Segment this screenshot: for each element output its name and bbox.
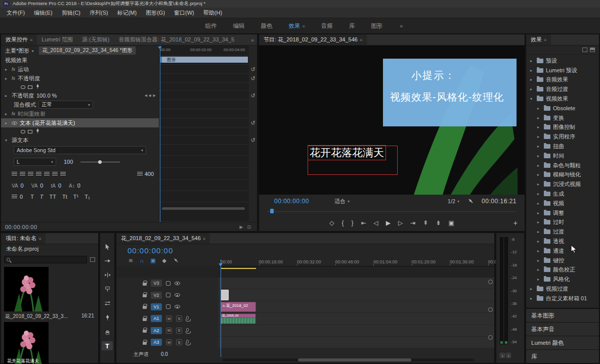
workspace-menu-icon[interactable]: ≡ <box>303 24 305 29</box>
track-select-tool[interactable] <box>102 256 113 265</box>
text-style-toggle[interactable]: T <box>30 194 34 200</box>
effects-tab[interactable]: 效果≡ <box>526 34 551 45</box>
effects-bin-sub[interactable]: ▸Obsolete <box>526 104 599 113</box>
pen-mask-icon[interactable] <box>35 128 40 135</box>
project-item[interactable]: 花_2018_02_09_22_33_3...16:21 <box>1 267 98 320</box>
ec-timecode[interactable]: 00:00:00:00 <box>5 224 37 230</box>
ec-font-row[interactable]: Adobe Song Std▾ <box>1 145 159 156</box>
ec-row-mini-timeline[interactable] <box>159 91 249 100</box>
align-left-icon[interactable] <box>12 172 17 176</box>
menubar-item[interactable]: 标记(M) <box>113 9 142 17</box>
text-style-toggle[interactable]: T¹ <box>73 194 78 200</box>
twirl-icon[interactable]: ▸ <box>537 172 541 177</box>
type-tool[interactable]: T <box>102 341 113 350</box>
ec-row-mini-timeline[interactable]: 图形 <box>159 56 249 65</box>
text-style-toggle[interactable]: Tt <box>62 194 67 200</box>
menubar-item[interactable]: 剪辑(C) <box>57 9 85 17</box>
eye-icon[interactable] <box>175 293 180 297</box>
master-volume-value[interactable]: 0.0 <box>161 351 168 357</box>
align-center-icon[interactable] <box>20 172 25 176</box>
justify-center-icon[interactable] <box>44 172 50 176</box>
twirl-icon[interactable]: ▸ <box>537 211 541 215</box>
clip-name[interactable]: 花_2018_02_09_22_33_3... <box>5 313 68 320</box>
twirl-icon[interactable]: ▸ <box>537 154 541 158</box>
voiceover-record-icon[interactable] <box>186 340 189 343</box>
ec-tab[interactable]: 音频剪辑混合器: 花_2018_02_09_22_33_34_5 <box>114 34 239 45</box>
accelerated-effects-filter-icon[interactable] <box>582 48 587 52</box>
ec-playhead-caret[interactable] <box>158 47 162 51</box>
step-forward-button[interactable]: ▷ <box>398 219 403 226</box>
ec-section-header[interactable]: 视频效果 <box>1 56 159 65</box>
timeline-playhead[interactable] <box>221 259 221 357</box>
ec-select-row[interactable]: 混合模式正常▾ <box>1 100 159 109</box>
menubar-item[interactable]: 帮助(H) <box>199 9 227 17</box>
stacked-panel-库[interactable]: 库 <box>526 349 599 363</box>
twirl-icon[interactable]: ▸ <box>530 68 534 73</box>
workspace-tab[interactable]: 组件 <box>197 22 225 30</box>
twirl-icon[interactable]: ▸ <box>530 77 534 82</box>
ec-row-mini-timeline[interactable] <box>159 74 249 83</box>
justify-left-icon[interactable] <box>36 172 41 176</box>
menubar-item[interactable]: 文件(F) <box>2 9 29 17</box>
workspace-tab[interactable]: 编辑 <box>225 22 253 30</box>
audio-track-header[interactable]: A1MS <box>116 313 219 324</box>
workspace-tab[interactable]: 效果≡ <box>281 22 313 30</box>
graphics-clip-bar[interactable]: 图形 <box>160 57 248 63</box>
menubar-item[interactable]: 编辑(E) <box>29 9 57 17</box>
solo-button[interactable]: S <box>506 353 511 358</box>
effects-bin-top[interactable]: ▸音频效果 <box>526 75 599 85</box>
align-right-icon[interactable] <box>28 172 33 176</box>
program-video-area[interactable]: 小提示： 视频效果-风格化-纹理化 花开花落花满天 <box>259 46 525 195</box>
twirl-icon[interactable]: ▸ <box>530 287 534 291</box>
justify-full-icon[interactable] <box>60 172 66 176</box>
fit-dropdown[interactable]: 适合▾ <box>334 198 350 205</box>
ec-mask-tools-row[interactable] <box>1 83 159 91</box>
ec-effect-row[interactable]: ▸fx运动 <box>1 65 159 74</box>
effects-bin-sub[interactable]: ▸调整 <box>526 208 599 218</box>
menubar-item[interactable]: 序列(S) <box>85 9 113 17</box>
font-dropdown[interactable]: Adobe Song Std▾ <box>14 146 146 154</box>
tab-overflow-button[interactable]: » <box>248 34 257 45</box>
effects-bin-sub[interactable]: ▸生成 <box>526 189 599 199</box>
ec-text-layer-row[interactable]: ▸文本 (花开花落花满天) <box>1 118 159 127</box>
caption-bounding-box[interactable]: 花开花落花满天 <box>308 146 398 175</box>
mute-button[interactable]: M <box>166 339 172 345</box>
settings-wrench-icon[interactable] <box>467 198 474 205</box>
extract-button[interactable]: ⇟ <box>436 219 441 226</box>
video-track-header[interactable]: V3 <box>116 278 219 289</box>
effects-bin-sub[interactable]: ▸时间 <box>526 151 599 161</box>
audio-clip[interactable]: 花_2018_02 <box>221 313 256 324</box>
workspace-tab[interactable]: 图形 <box>363 22 391 30</box>
lock-icon[interactable] <box>143 318 147 321</box>
stacked-panel-基本图形[interactable]: 基本图形 <box>526 308 599 322</box>
ec-tab[interactable]: 效果控件≡ <box>1 34 37 45</box>
workspace-tab[interactable]: 库 <box>341 22 363 30</box>
ec-row-mini-timeline[interactable]: 00.0000:00:02:0000:00:04:00 <box>159 46 249 56</box>
solo-button[interactable]: S <box>500 353 505 358</box>
font-size-value[interactable]: 100 <box>64 159 73 165</box>
zoom-fit-icon[interactable]: ⊡ <box>247 224 251 230</box>
workspace-overflow-button[interactable]: » <box>400 23 403 29</box>
effects-bin-sub[interactable]: ▸模糊与锐化 <box>526 170 599 180</box>
lock-icon[interactable] <box>143 306 147 309</box>
timeline-timecode[interactable]: 00:00:00:00 <box>127 246 173 255</box>
ec-row-mini-timeline[interactable] <box>159 65 249 74</box>
ec-row-mini-timeline[interactable] <box>159 100 249 109</box>
twirl-icon[interactable]: ▸ <box>537 144 541 149</box>
workspace-tab[interactable]: 颜色 <box>253 22 281 30</box>
effects-bin-sub[interactable]: ▸图像控制 <box>526 123 599 132</box>
effects-bin-sub[interactable]: ▸通道 <box>526 246 599 256</box>
ec-row-mini-timeline[interactable] <box>159 109 249 118</box>
reset-icon[interactable]: ↺ <box>250 75 255 82</box>
effects-bin-sub[interactable]: ▸过时 <box>526 218 599 228</box>
ec-effect-row[interactable]: ▸fx不透明度 <box>1 74 159 83</box>
go-to-in-button[interactable]: ⇤ <box>361 219 366 226</box>
ec-path-row[interactable]: 主要*图形▸花_2018_02_09_22_33_34_546 *图形 <box>1 46 159 56</box>
ec-row-mini-timeline[interactable] <box>159 156 249 168</box>
menubar-item[interactable]: 图形(G) <box>141 9 169 17</box>
ec-row-mini-timeline[interactable] <box>159 135 249 145</box>
scroll-knob[interactable] <box>488 280 493 284</box>
effects-bin-top[interactable]: ▾视频效果 <box>526 94 599 104</box>
sync-lock-icon[interactable] <box>166 293 170 297</box>
effects-bin-sub[interactable]: ▸扭曲 <box>526 142 599 151</box>
